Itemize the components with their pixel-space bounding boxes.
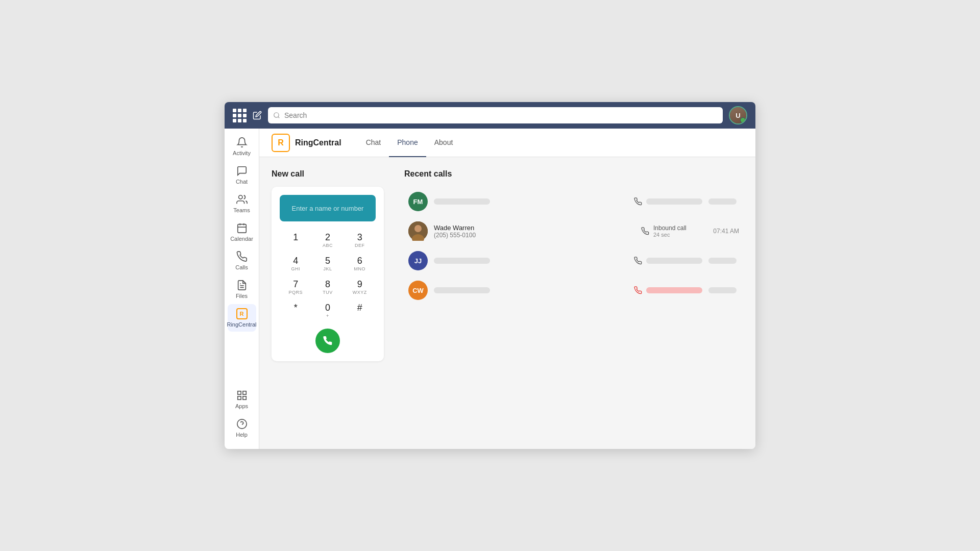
call-row[interactable]: FM (404, 187, 743, 216)
search-input[interactable] (284, 111, 718, 119)
svg-point-0 (274, 113, 279, 117)
sidebar-item-help[interactable]: Help (228, 414, 256, 442)
call-type-skeleton (646, 198, 702, 205)
sidebar-bottom: Apps Help (225, 386, 259, 449)
sidebar-label-teams: Teams (233, 207, 250, 213)
sidebar-item-ringcentral[interactable]: R RingCentral (228, 304, 256, 332)
dial-key-7[interactable]: 7PQRS (280, 276, 312, 299)
grid-menu-icon[interactable] (233, 109, 247, 122)
sidebar-label-calls: Calls (235, 264, 248, 270)
main-area: Activity Chat Teams (225, 129, 755, 449)
sidebar-label-calendar: Calendar (230, 236, 253, 242)
avatar (408, 221, 428, 241)
svg-rect-9 (237, 391, 240, 394)
dial-key-star[interactable]: * (280, 299, 312, 322)
dialpad-input[interactable]: Enter a name or number (280, 195, 376, 221)
call-time: 07:41 AM (708, 228, 739, 235)
dial-key-4[interactable]: 4GHI (280, 252, 312, 276)
app-tabs: Chat Phone About (358, 129, 461, 157)
sidebar-label-chat: Chat (236, 179, 248, 185)
phone-icon (323, 336, 333, 346)
files-icon (236, 280, 248, 291)
dial-key-5[interactable]: 5JKL (312, 252, 344, 276)
inbound-call-icon (641, 227, 649, 235)
dial-key-2[interactable]: 2ABC (312, 229, 344, 252)
call-type-label: Inbound call 24 sec (653, 224, 687, 238)
call-button[interactable] (315, 329, 340, 353)
sidebar-label-files: Files (236, 293, 248, 299)
call-row[interactable]: JJ (404, 246, 743, 276)
svg-point-2 (238, 195, 242, 199)
search-bar[interactable] (268, 107, 723, 123)
compose-button[interactable] (253, 111, 262, 120)
dial-key-3[interactable]: 3DEF (344, 229, 376, 252)
dialpad-placeholder: Enter a name or number (292, 205, 364, 212)
avatar: CW (408, 281, 428, 300)
app-window: U Activity Chat (225, 102, 755, 449)
call-type-skeleton (646, 258, 702, 264)
dial-key-hash[interactable]: # (344, 299, 376, 322)
tab-about[interactable]: About (426, 129, 461, 157)
outbound-call-icon (634, 197, 642, 206)
call-time (708, 198, 739, 205)
call-time (708, 258, 739, 264)
call-type: Inbound call 24 sec (641, 224, 702, 238)
dialpad-container: Enter a name or number 1 2ABC 3DEF 4GHI … (272, 187, 384, 361)
dial-key-0[interactable]: 0+ (312, 299, 344, 322)
chat-icon (236, 165, 248, 177)
search-icon (273, 112, 280, 119)
call-type-skeleton-missed (646, 287, 702, 293)
dial-num-3: 3 (357, 233, 362, 242)
dial-num-7: 7 (293, 280, 298, 289)
dial-key-8[interactable]: 8TUV (312, 276, 344, 299)
call-type-missed (634, 286, 702, 294)
sidebar-label-activity: Activity (233, 150, 251, 156)
sidebar-label-help: Help (236, 432, 248, 438)
time-skeleton (708, 287, 737, 293)
dial-num-5: 5 (325, 256, 330, 265)
top-bar: U (225, 102, 755, 129)
new-call-title: New call (272, 169, 384, 179)
sidebar-item-teams[interactable]: Teams (228, 190, 256, 217)
svg-point-13 (237, 419, 246, 429)
svg-line-1 (278, 117, 280, 118)
time-skeleton (708, 258, 737, 264)
user-avatar[interactable]: U (729, 106, 747, 124)
tab-phone[interactable]: Phone (389, 129, 426, 157)
dial-key-9[interactable]: 9WXYZ (344, 276, 376, 299)
help-icon (236, 418, 248, 430)
call-button-row (280, 329, 376, 353)
tab-chat[interactable]: Chat (358, 129, 389, 157)
call-type (634, 257, 702, 265)
call-row[interactable]: Wade Warren (205) 555-0100 Inbound call … (404, 216, 743, 246)
call-row[interactable]: CW (404, 276, 743, 305)
svg-rect-3 (237, 224, 246, 233)
app-header: R RingCentral Chat Phone About (259, 129, 755, 157)
sidebar-label-apps: Apps (235, 403, 248, 409)
recent-calls-section: Recent calls FM (404, 169, 743, 437)
dialpad-grid: 1 2ABC 3DEF 4GHI 5JKL 6MNO 7PQRS 8TUV 9W… (280, 229, 376, 322)
tab-about-label: About (434, 138, 453, 146)
call-info (434, 258, 628, 264)
call-type (634, 197, 702, 206)
dial-key-1[interactable]: 1 (280, 229, 312, 252)
app-name-label: RingCentral (295, 138, 341, 147)
dial-num-hash: # (357, 303, 362, 312)
sidebar-item-chat[interactable]: Chat (228, 161, 256, 189)
sidebar-item-calls[interactable]: Calls (228, 247, 256, 274)
sidebar-item-files[interactable]: Files (228, 276, 256, 303)
call-time (708, 287, 739, 293)
sidebar-label-ringcentral: RingCentral (227, 321, 256, 328)
tab-chat-label: Chat (366, 138, 381, 146)
sidebar-item-calendar[interactable]: Calendar (228, 218, 256, 246)
name-skeleton (434, 198, 490, 205)
dial-num-4: 4 (293, 256, 298, 265)
sidebar-item-activity[interactable]: Activity (228, 133, 256, 160)
logo-letter: R (278, 138, 284, 147)
sidebar-item-apps[interactable]: Apps (228, 386, 256, 413)
dial-key-6[interactable]: 6MNO (344, 252, 376, 276)
recent-calls-title: Recent calls (404, 169, 743, 179)
call-duration: 24 sec (653, 232, 687, 238)
dial-num-1: 1 (293, 233, 298, 242)
svg-rect-11 (237, 396, 240, 399)
